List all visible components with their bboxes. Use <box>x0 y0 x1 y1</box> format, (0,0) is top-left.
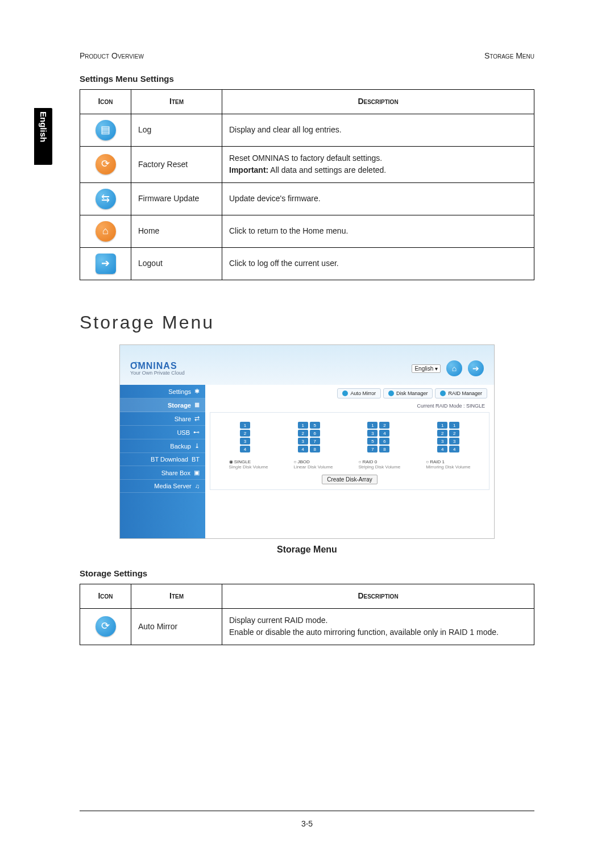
disk-slot: 7 <box>310 438 320 445</box>
mode-desc: Striping Disk Volume <box>358 464 400 470</box>
table2-title: Storage Settings <box>80 568 534 578</box>
sidebar-item-icon: ▣ <box>194 469 200 476</box>
language-select[interactable]: English ▾ <box>412 364 441 373</box>
item-cell: Log <box>131 114 222 146</box>
item-cell: Factory Reset <box>131 146 222 182</box>
page-footer: 3-5 <box>80 811 534 828</box>
th-icon: Icon <box>80 90 131 114</box>
table-row: ⟳Factory ResetReset OMNINAS to factory d… <box>80 146 534 182</box>
sidebar-item-label: Share <box>175 416 191 422</box>
desc-cell: Click to log off the current user. <box>222 248 534 280</box>
mode-name: SINGLE <box>234 459 251 464</box>
disk-slot: 1 <box>240 422 250 429</box>
sidebar-item[interactable]: USB⊷ <box>120 426 205 439</box>
desc-cell: Reset OMNINAS to factory default setting… <box>222 146 534 182</box>
raid-panel: 1234152637481234567811223344 ◉ SINGLESin… <box>210 412 489 490</box>
disk-slot: 5 <box>367 438 377 445</box>
disk-slot: 5 <box>310 422 320 429</box>
disk-diagram: 11223344 <box>437 422 459 452</box>
table-row: ⇆Firmware UpdateUpdate device's firmware… <box>80 183 534 215</box>
tab[interactable]: Auto Mirror <box>337 388 381 398</box>
disk-slot: 2 <box>379 422 389 429</box>
tabs-row: Auto MirrorDisk ManagerRAID Manager <box>205 388 494 402</box>
header-right: Storage Menu <box>484 51 534 60</box>
th-desc: Description <box>222 584 534 609</box>
desc-cell: Update device's firmware. <box>222 183 534 215</box>
sidebar-item-label: Share Box <box>161 470 190 476</box>
tab-dot-icon <box>342 391 348 396</box>
desc-cell: Display and clear all log entries. <box>222 114 534 146</box>
tab[interactable]: Disk Manager <box>383 388 433 398</box>
current-raid-mode-label: Current RAID Mode : SINGLE <box>205 402 494 412</box>
disk-slot: 1 <box>449 422 459 429</box>
raid-mode-option[interactable]: ○ RAID 1Mirroring Disk Volume <box>426 459 470 470</box>
mode-name: JBOD <box>298 459 310 464</box>
sidebar-item[interactable]: Share Box▣ <box>120 466 205 480</box>
item-cell: Logout <box>131 248 222 280</box>
disk-diagram: 15263748 <box>298 422 320 452</box>
th-item: Item <box>131 584 222 609</box>
table-row: ⌂HomeClick to return to the Home menu. <box>80 215 534 248</box>
sidebar-item[interactable]: Backup⤓ <box>120 439 205 453</box>
page-number: 3-5 <box>301 819 313 828</box>
th-item: Item <box>131 90 222 114</box>
logout-icon[interactable]: ➔ <box>468 360 484 376</box>
disk-slot: 1 <box>437 422 447 429</box>
item-cell: Auto Mirror <box>131 608 222 645</box>
disk-slot: 6 <box>310 430 320 437</box>
sidebar-item[interactable]: Share⇄ <box>120 412 205 426</box>
disk-slot: 4 <box>449 446 459 452</box>
disk-diagram: 1234 <box>240 422 250 452</box>
disk-slot: 4 <box>379 430 389 437</box>
table1-title: Settings Menu Settings <box>80 74 534 84</box>
sidebar: Settings✱Storage≣Share⇄USB⊷Backup⤓BT Dow… <box>120 385 205 538</box>
sidebar-item-icon: ⇄ <box>194 415 200 422</box>
disk-slot: 8 <box>310 446 320 452</box>
th-desc: Description <box>222 90 534 114</box>
storage-settings-table: Icon Item Description ⟳Auto MirrorDispla… <box>80 584 534 645</box>
sidebar-item-label: USB <box>177 429 190 436</box>
disk-slot: 1 <box>298 422 308 429</box>
disk-slot: 4 <box>240 446 250 452</box>
settings-menu-table: Icon Item Description ▤LogDisplay and cl… <box>80 89 534 280</box>
mode-name: RAID 1 <box>430 459 445 464</box>
disk-slot: 6 <box>379 438 389 445</box>
sidebar-item-label: BT Download <box>151 456 188 463</box>
language-side-tab: English <box>34 108 52 165</box>
sidebar-item[interactable]: BT DownloadBT <box>120 453 205 466</box>
tab[interactable]: RAID Manager <box>435 388 487 398</box>
sidebar-item[interactable]: Settings✱ <box>120 385 205 398</box>
disk-slot: 2 <box>437 430 447 437</box>
sidebar-item-label: Backup <box>170 443 191 450</box>
sidebar-item-label: Storage <box>168 402 191 409</box>
sidebar-item-icon: ⊷ <box>193 429 200 436</box>
disk-diagram: 12345678 <box>367 422 389 452</box>
disk-slot: 3 <box>367 430 377 437</box>
disk-slot: 3 <box>240 438 250 445</box>
disk-slot: 2 <box>240 430 250 437</box>
disk-slot: 2 <box>298 430 308 437</box>
create-disk-array-button[interactable]: Create Disk-Array <box>322 475 377 484</box>
auto-mirror-icon: ⟳ <box>96 616 116 637</box>
sidebar-item[interactable]: Storage≣ <box>120 398 205 412</box>
item-cell: Home <box>131 215 222 248</box>
disk-slot: 1 <box>367 422 377 429</box>
mode-desc: Mirroring Disk Volume <box>426 464 470 470</box>
th-icon: Icon <box>80 584 131 609</box>
mode-desc: Single Disk Volume <box>229 464 268 470</box>
home-icon[interactable]: ⌂ <box>446 360 462 376</box>
raid-mode-option[interactable]: ◉ SINGLESingle Disk Volume <box>229 459 268 470</box>
log-icon: ▤ <box>96 120 116 140</box>
sidebar-item-label: Settings <box>168 388 191 395</box>
raid-mode-option[interactable]: ○ JBODLinear Disk Volume <box>293 459 333 470</box>
sidebar-item[interactable]: Media Server♫ <box>120 480 205 493</box>
header-left: Product Overview <box>80 51 144 60</box>
chevron-down-icon: ▾ <box>435 366 438 372</box>
sidebar-item-label: Media Server <box>154 483 191 489</box>
radio-icon: ○ <box>293 459 297 464</box>
disk-slot: 3 <box>437 438 447 445</box>
tab-label: RAID Manager <box>448 391 482 396</box>
sidebar-item-icon: ≣ <box>194 401 200 409</box>
raid-mode-option[interactable]: ○ RAID 0Striping Disk Volume <box>358 459 400 470</box>
storage-menu-screenshot: ︵ OMNINAS Your Own Private Cloud English… <box>119 344 495 539</box>
